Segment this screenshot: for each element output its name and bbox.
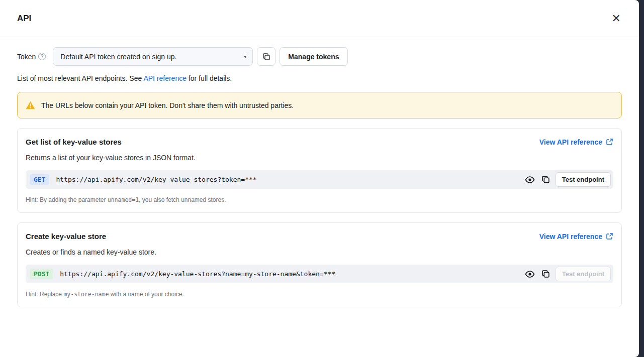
endpoint-card-get-list: Get list of key-value stores View API re… [17, 128, 622, 213]
hint-after: with a name of your choice. [109, 291, 183, 298]
endpoint-url: https://api.apify.com/v2/key-value-store… [56, 176, 519, 183]
endpoint-card-create: Create key-value store View API referenc… [17, 222, 622, 307]
view-api-reference-link[interactable]: View API reference [539, 138, 613, 146]
hint-before: Hint: By adding the parameter [26, 196, 108, 203]
modal-content: Token ? Default API token created on sig… [0, 37, 639, 307]
api-reference-link[interactable]: API reference [143, 74, 187, 82]
endpoint-url: https://api.apify.com/v2/key-value-store… [60, 270, 519, 278]
token-select[interactable]: Default API token created on sign up. ▾ [53, 47, 253, 66]
method-badge: GET [30, 174, 49, 185]
manage-tokens-button[interactable]: Manage tokens [280, 47, 347, 66]
endpoint-actions: Test endpoint [524, 172, 611, 187]
modal-title: API [17, 14, 31, 24]
intro-before: List of most relevant API endpoints. See [17, 74, 143, 82]
copy-icon [541, 270, 550, 278]
chevron-down-icon: ▾ [244, 54, 246, 59]
hint-after: , you also fetch unnamed stores. [139, 196, 226, 203]
copy-url-button[interactable] [540, 269, 551, 279]
copy-token-button[interactable] [257, 47, 275, 66]
card-description: Returns a list of your key-value stores … [26, 154, 613, 162]
token-row: Token ? Default API token created on sig… [17, 47, 622, 66]
copy-url-button[interactable] [540, 174, 551, 185]
copy-icon [262, 53, 270, 61]
external-link-icon [606, 138, 613, 146]
reveal-token-button[interactable] [524, 175, 536, 185]
endpoint-hint: Hint: Replace my-store-name with a name … [26, 291, 613, 298]
card-title: Get list of key-value stores [26, 138, 122, 146]
endpoint-hint: Hint: By adding the parameter unnamed=1,… [26, 196, 613, 203]
close-icon: ✕ [612, 12, 621, 25]
test-endpoint-button[interactable]: Test endpoint [556, 267, 611, 281]
help-icon[interactable]: ? [38, 53, 46, 60]
card-title: Create key-value store [26, 232, 106, 241]
hint-code: unnamed=1 [108, 196, 139, 203]
view-api-reference-label: View API reference [539, 138, 602, 146]
intro-text: List of most relevant API endpoints. See… [17, 74, 622, 82]
token-select-value: Default API token created on sign up. [60, 53, 176, 61]
endpoint-bar: POST https://api.apify.com/v2/key-value-… [26, 265, 613, 283]
eye-icon [525, 176, 535, 184]
warning-icon [26, 101, 35, 109]
close-button[interactable]: ✕ [609, 10, 624, 27]
intro-after: for full details. [187, 74, 232, 82]
reveal-token-button[interactable] [524, 269, 536, 279]
card-head: Get list of key-value stores View API re… [26, 138, 613, 146]
endpoint-bar: GET https://api.apify.com/v2/key-value-s… [26, 170, 613, 189]
token-label: Token [17, 53, 36, 61]
endpoint-actions: Test endpoint [524, 267, 611, 281]
modal-header: API ✕ [0, 0, 639, 37]
api-modal: API ✕ Token ? Default API token created … [0, 0, 639, 357]
hint-before: Hint: Replace [26, 291, 63, 298]
eye-icon [525, 270, 535, 278]
hint-code: my-store-name [63, 291, 109, 298]
test-endpoint-button[interactable]: Test endpoint [556, 172, 611, 187]
copy-icon [541, 175, 550, 184]
card-head: Create key-value store View API referenc… [26, 232, 613, 241]
external-link-icon [606, 232, 613, 240]
view-api-reference-link[interactable]: View API reference [539, 232, 613, 241]
card-description: Creates or finds a named key-value store… [26, 248, 613, 256]
view-api-reference-label: View API reference [539, 232, 602, 241]
warning-banner: The URLs below contain your API token. D… [17, 92, 622, 118]
warning-text: The URLs below contain your API token. D… [41, 101, 294, 109]
method-badge: POST [30, 269, 53, 279]
